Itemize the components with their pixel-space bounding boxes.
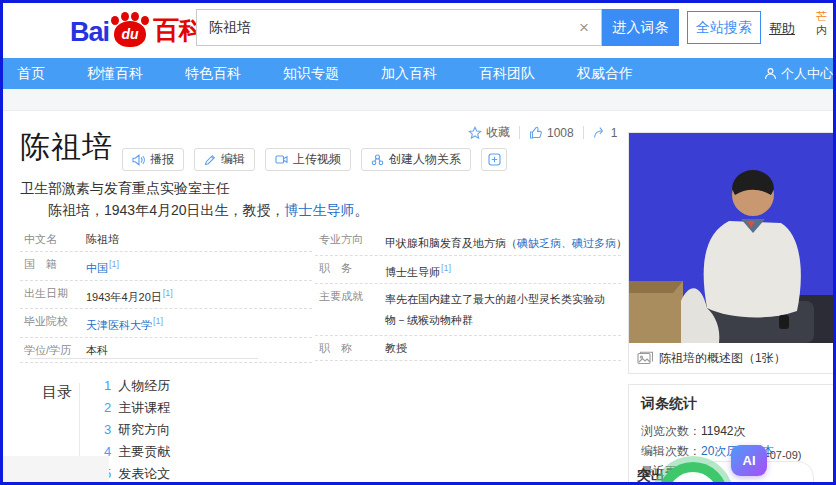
search-input[interactable]: [209, 20, 579, 36]
nav-item-join[interactable]: 加入百科: [381, 65, 437, 83]
reference-sup[interactable]: [1]: [441, 263, 451, 273]
bottom-status-area: [3, 456, 109, 485]
site-search-button[interactable]: 全站搜索: [687, 11, 761, 44]
nav-item-miaodong[interactable]: 秒懂百科: [87, 65, 143, 83]
stat-views: 浏览次数： 11942次: [641, 421, 836, 441]
summary-link[interactable]: 博士生导师: [285, 202, 355, 218]
reference-sup[interactable]: [1]: [109, 259, 119, 269]
help-link[interactable]: 帮助: [769, 20, 795, 38]
info-link[interactable]: 中国: [86, 262, 108, 274]
share-arrow-icon: [593, 126, 607, 139]
search-box: ×: [196, 9, 602, 46]
corner-cut-text: 芒 内: [816, 9, 836, 37]
nav-item-quanwei[interactable]: 权威合作: [577, 65, 633, 83]
broadcast-button[interactable]: 播报: [122, 148, 184, 171]
toc-item-1[interactable]: 1人物经历: [104, 375, 170, 397]
reference-sup[interactable]: [1]: [153, 316, 163, 326]
share-button[interactable]: 1: [593, 126, 618, 140]
add-to-collection-button[interactable]: [481, 148, 507, 171]
infobox-left: 中文名 陈祖培 国 籍 中国[1] 出生日期 1943年4月20日[1] 毕业院…: [20, 227, 312, 363]
toc-item-3[interactable]: 3研究方向: [104, 419, 170, 441]
info-link[interactable]: 天津医科大学: [86, 319, 152, 331]
pencil-icon: [204, 154, 216, 166]
nav-item-team[interactable]: 百科团队: [479, 65, 535, 83]
speaker-icon: [132, 154, 145, 166]
plus-box-icon: [488, 153, 501, 166]
info-row: 职 称 教授: [315, 336, 621, 361]
summary-photo-card[interactable]: 陈祖培的概述图（1张）: [628, 132, 836, 374]
user-center-link[interactable]: 个人中心: [764, 58, 833, 89]
info-link[interactable]: 碘缺乏病、碘过多病: [517, 237, 616, 249]
info-row: 国 籍 中国[1]: [20, 252, 312, 281]
portrait-photo: [629, 133, 836, 343]
clear-search-icon[interactable]: ×: [579, 19, 589, 36]
sub-header-bar: [3, 89, 833, 111]
photo-caption[interactable]: 陈祖培的概述图（1张）: [629, 343, 836, 373]
edit-button[interactable]: 编辑: [194, 148, 255, 171]
info-row: 职 务 博士生导师[1]: [315, 256, 621, 285]
main-nav: 首页 秒懂百科 特色百科 知识专题 加入百科 百科团队 权威合作 个人中心: [3, 58, 833, 89]
entry-summary: 陈祖培，1943年4月20日出生，教授，博士生导师。: [20, 202, 620, 220]
info-row: 毕业院校 天津医科大学[1]: [20, 309, 312, 338]
reference-sup[interactable]: [1]: [163, 288, 173, 298]
toc-item-4[interactable]: 4主要贡献: [104, 441, 170, 463]
person-icon: [764, 67, 777, 80]
header: Bai du 百科 × 进入词条 全站搜索 帮助 芒 内: [3, 3, 833, 58]
stats-heading: 词条统计: [641, 395, 836, 413]
ai-assistant-badge[interactable]: AI: [731, 445, 767, 476]
like-button[interactable]: 1008: [529, 126, 574, 140]
toc-item-5[interactable]: 5发表论文: [104, 463, 170, 485]
info-row: 主要成就 率先在国内建立了最大的超小型灵长类实验动物－绒猴动物种群: [315, 284, 621, 336]
nav-item-tese[interactable]: 特色百科: [185, 65, 241, 83]
info-row: 中文名 陈祖培: [20, 227, 312, 252]
logo-text-bai: Bai: [70, 17, 109, 48]
update-date-text: -07-09): [766, 449, 801, 461]
album-icon: [637, 351, 653, 365]
toc-item-2[interactable]: 2主讲课程: [104, 397, 170, 419]
nav-item-zhuanti[interactable]: 知识专题: [283, 65, 339, 83]
upload-video-button[interactable]: 上传视频: [265, 148, 351, 171]
logo-text-du: du: [121, 26, 138, 42]
collect-button[interactable]: 收藏: [468, 124, 510, 141]
entry-subtitle: 卫生部激素与发育重点实验室主任: [20, 180, 230, 198]
baike-page: Bai du 百科 × 进入词条 全站搜索 帮助 芒 内 首页 秒懂百科 特色百…: [0, 0, 836, 485]
create-relation-button[interactable]: 创建人物关系: [361, 148, 471, 171]
baidu-paw-icon: du: [110, 12, 150, 48]
nav-item-home[interactable]: 首页: [17, 65, 45, 83]
entry-title: 陈祖培: [20, 127, 113, 168]
enter-entry-button[interactable]: 进入词条: [602, 9, 679, 46]
info-row: 专业方向 甲状腺和脑发育及地方病（碘缺乏病、碘过多病）[1]: [315, 227, 621, 256]
baidu-baike-logo[interactable]: Bai du 百科: [70, 12, 205, 48]
relation-network-icon: [371, 154, 384, 166]
info-row: 出生日期 1943年4月20日[1]: [20, 281, 312, 310]
thumb-up-icon: [529, 126, 543, 140]
entry-toolbar: 播报 编辑 上传视频 创建人物关系: [122, 148, 507, 171]
entry-actions: 收藏 1008 1: [468, 124, 617, 141]
star-icon: [468, 126, 482, 140]
video-camera-icon: [275, 154, 288, 165]
infobox-right: 专业方向 甲状腺和脑发育及地方病（碘缺乏病、碘过多病）[1] 职 务 博士生导师…: [315, 227, 621, 361]
